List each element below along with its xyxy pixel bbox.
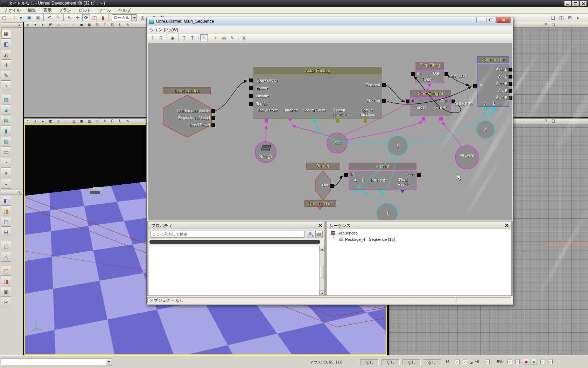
viewport-resize-icon[interactable]: ❏ — [549, 14, 557, 21]
connector-in[interactable] — [249, 102, 253, 106]
category-bar[interactable] — [149, 240, 320, 244]
cylinder-brush-icon[interactable]: ▮ — [1, 126, 11, 136]
input-enable[interactable]: Enable — [256, 86, 268, 90]
camera-mode-icon[interactable]: ▦ — [1, 29, 11, 39]
kismet-graph-canvas[interactable]: Level Loaded Loaded and Visible Beginnin… — [148, 43, 512, 220]
add-int-a[interactable]: A — [354, 178, 356, 182]
builder-brush-icon[interactable]: ▢ — [1, 266, 11, 276]
close-button[interactable] — [580, 1, 587, 6]
connector-out[interactable] — [417, 173, 421, 177]
sequences-close-icon[interactable] — [504, 223, 509, 228]
scale-tool-icon[interactable]: ◱ — [91, 14, 98, 21]
select-volume-icon[interactable]: ▢ — [1, 241, 11, 251]
possess-player-icon[interactable]: P — [543, 118, 548, 123]
start-firing-out[interactable]: Out — [440, 98, 447, 103]
var-spawn-direction[interactable]: Spawn Direction — [355, 108, 379, 117]
stairs-brush-icon[interactable]: ▤ — [1, 116, 11, 125]
node-actor-factory-title[interactable]: Actor Factory — [253, 67, 382, 75]
connector-out[interactable] — [211, 123, 215, 127]
scroll-up-icon[interactable] — [320, 246, 324, 251]
start-firing-target[interactable]: Target — [415, 105, 426, 109]
add-int-in[interactable]: In — [351, 172, 354, 176]
brush-wire-icon[interactable]: ✎ — [125, 22, 131, 27]
output-level-reset[interactable]: Level Reset — [169, 123, 210, 127]
geometry-mode-icon[interactable]: ◧ — [1, 39, 11, 49]
coordinate-system-combo[interactable]: ローカル — [112, 14, 137, 21]
viewport-options-icon[interactable]: ≡ — [25, 22, 30, 27]
node-stop-firing-title[interactable]: Stop Firing — [415, 62, 444, 69]
connector-vector-var[interactable] — [364, 119, 367, 123]
var-all-players[interactable]: All ..yers — [455, 145, 479, 169]
save-map-icon[interactable]: ▣ — [26, 14, 33, 21]
rename-sequence-icon[interactable]: R — [157, 34, 165, 41]
perspective-icon[interactable]: ◇ — [56, 22, 61, 27]
lit-icon[interactable]: ◼ — [79, 22, 84, 27]
lit-icon[interactable]: ◼ — [79, 118, 84, 123]
rotate-tool-icon[interactable]: ⟳ — [82, 14, 90, 21]
mesh-paint-icon[interactable]: ❖ — [531, 359, 537, 365]
menu-build[interactable]: ビルド — [75, 7, 95, 13]
compare-a-lt-b[interactable]: A < B — [484, 89, 507, 93]
connector-out[interactable] — [509, 75, 512, 79]
angle-snap-checkbox[interactable]: ✓ — [485, 360, 490, 364]
compare-a-ge-b[interactable]: A >= B — [484, 96, 507, 100]
selection-combo-dropdown[interactable] — [106, 359, 112, 366]
play-level-icon[interactable]: ▸ — [574, 14, 582, 21]
kismet-close-button[interactable] — [496, 17, 511, 23]
compare-a-eq-b[interactable]: A == B — [484, 82, 507, 86]
open-parent-sequence-icon[interactable]: ⇑ — [149, 34, 156, 41]
paint-mode-icon[interactable]: ✱ — [523, 359, 529, 365]
sequences-tree[interactable]: Sequences Package_4 - Sequence [13] — [327, 229, 511, 295]
new-map-icon[interactable]: ▢ — [0, 14, 8, 21]
redo-icon[interactable]: ↷ — [54, 14, 62, 21]
var-spawned[interactable]: Spawned — [278, 108, 302, 113]
connector-int-var[interactable] — [361, 190, 365, 193]
node-start-firing-title[interactable]: Start Firing At — [410, 90, 451, 97]
detail-icon[interactable]: ▦ — [86, 118, 92, 123]
compare-a-gt-b[interactable]: A > B — [484, 74, 507, 79]
grey-brush-icon[interactable]: ▣ — [1, 287, 11, 297]
curved-connections-icon[interactable]: ∿ — [200, 34, 208, 41]
save-all-icon[interactable]: ▣ — [34, 14, 42, 21]
game-view-icon[interactable]: G — [110, 118, 115, 123]
connector-float-var[interactable] — [400, 190, 405, 193]
output-loaded-and-visible[interactable]: Loaded and Visible — [169, 109, 210, 113]
var-zero[interactable]: 0 — [476, 120, 495, 139]
palette-rollup-2[interactable]: ▼ — [1, 190, 22, 195]
connector-instigator[interactable] — [318, 207, 322, 210]
input-spawn-actor[interactable]: Spawn Actor — [256, 78, 278, 82]
node-instigator-title[interactable]: Instigator — [304, 200, 336, 207]
maximize-button[interactable] — [572, 1, 579, 6]
undo-icon[interactable]: ↶ — [46, 14, 53, 21]
wireframe-icon[interactable]: ▫ — [63, 22, 69, 27]
realtime-icon[interactable]: ▸ — [40, 118, 46, 123]
menu-brush[interactable]: ブラシ — [55, 7, 75, 13]
spiral-stairs-brush-icon[interactable]: ▨ — [1, 137, 11, 146]
sheet-brush-icon[interactable]: ▭ — [1, 147, 11, 157]
output-aborted[interactable]: Aborted — [338, 98, 380, 103]
cube-brush-icon[interactable]: ▧ — [1, 95, 11, 104]
connector-out[interactable] — [382, 83, 386, 87]
add-int-out[interactable]: Out — [397, 172, 414, 176]
hide-connectors-icon[interactable]: ◉ — [169, 34, 176, 41]
connector-vector-var[interactable] — [336, 119, 340, 123]
connector-int-var[interactable] — [352, 190, 357, 193]
connector-in[interactable] — [249, 86, 253, 90]
start-firing-in[interactable]: In — [412, 98, 415, 103]
properties-close-icon[interactable] — [318, 223, 323, 228]
var-minus-one[interactable]: -1 — [376, 203, 398, 220]
connector-out[interactable] — [509, 68, 512, 71]
connector-in[interactable] — [411, 72, 415, 76]
stop-firing-in[interactable]: In — [417, 71, 420, 75]
output-beginning-of-level[interactable]: Beginning of Level — [169, 116, 210, 120]
input-disable[interactable]: Disable — [256, 94, 269, 98]
curved-stairs-brush-icon[interactable]: ◔ — [1, 158, 11, 168]
kismet-maximize-button[interactable] — [486, 17, 496, 23]
connector-out[interactable] — [330, 184, 334, 188]
connector-int-var[interactable] — [493, 107, 496, 110]
texture-align-mode-icon[interactable]: ✛ — [1, 60, 11, 70]
select-tool-icon[interactable]: ↖ — [65, 14, 73, 21]
connector-object-var[interactable] — [265, 119, 268, 123]
properties-search-input[interactable] — [150, 231, 304, 238]
connector-int-var[interactable] — [313, 119, 316, 123]
